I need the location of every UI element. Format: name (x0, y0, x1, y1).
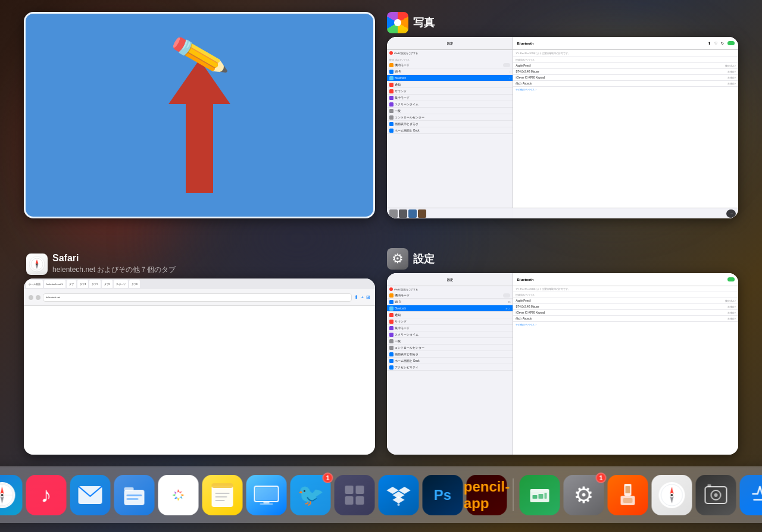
settings-app-card[interactable]: 設定 iPadの設定をご了する 機内モード Wi-Fi 25 (387, 273, 738, 455)
safari-add-btn: + (361, 295, 364, 300)
set-row-sound: サウンド (387, 318, 513, 325)
fs-row-airplane: 機内モード (387, 62, 513, 68)
home-icon (389, 129, 394, 133)
bt-icon-photos (389, 76, 394, 80)
appstore-icon-svg (748, 483, 763, 507)
set-home-label: ホーム画面と Dock (395, 359, 420, 362)
warning-dot-settings (389, 287, 393, 291)
svg-rect-40 (530, 489, 549, 492)
photos-device-keyboard: iClever IC-KP08 Keypad 未接続 › (513, 75, 738, 81)
svg-rect-27 (256, 487, 277, 500)
pencil-app-card[interactable]: ✏️ (24, 12, 375, 218)
dock-dark[interactable] (335, 475, 375, 515)
dock-photos[interactable] (158, 475, 199, 515)
cc-label: コントロールセンター (395, 116, 424, 119)
set-focus-icon (389, 326, 394, 330)
ai-text-icon: pencil-app (464, 478, 510, 512)
set-row-cc: コントロールセンター (387, 345, 513, 351)
settings-sidebar: 設定 iPadの設定をご了する 機内モード Wi-Fi 25 (387, 273, 513, 455)
dock-twitter[interactable]: 🐦 1 (291, 475, 331, 515)
tab-7: スポーツ (114, 280, 128, 288)
photos-device-pencil: Apple Pencil 接続済み › (513, 63, 738, 69)
focus-icon (389, 96, 394, 100)
dock-safari[interactable] (0, 475, 23, 515)
set-row-focus: 集中モード (387, 325, 513, 331)
photos-app-card[interactable]: 設定 iPadの設定をご了する 接続済みデバイス 機内モード Wi-Fi (387, 37, 738, 218)
dock-photoshop[interactable]: Ps (423, 475, 463, 515)
fs-row-screentime: スクリーンタイム (387, 101, 513, 108)
tab-4: タブ4 (77, 280, 88, 288)
fs-row-cc: コントロールセンター (387, 114, 513, 121)
safari-app-subtitle: helentech.net およびその他７個のタブ (52, 265, 176, 275)
set-bt-icon (389, 306, 394, 311)
display-label: 画面表示とぎるさ (395, 123, 419, 126)
dock-appstore[interactable] (740, 475, 763, 515)
set-row-wifi: Wi-Fi 25 (387, 299, 513, 305)
notif-icon (389, 83, 394, 87)
twitter-badge: 1 (323, 472, 333, 483)
dark-icon-svg (343, 483, 367, 507)
wifi-label: Wi-Fi (395, 70, 401, 73)
settings-header: ⚙ 設定 (387, 248, 738, 270)
notif-label: 通知 (395, 83, 401, 86)
wifi-icon (389, 70, 394, 74)
settings-app-cell: ⚙ 設定 設定 iPadの設定をご了する 機内モード (387, 248, 738, 455)
photos-header: 写真 (387, 12, 738, 33)
svg-rect-16 (124, 487, 134, 491)
set-row-home: ホーム画面と Dock (387, 358, 513, 364)
dock-screenshot[interactable] (696, 475, 736, 515)
set-row-bluetooth: Bluetooth オン (387, 305, 513, 312)
svg-rect-41 (533, 495, 538, 499)
thumb3 (408, 209, 417, 218)
thumb1 (389, 209, 398, 218)
safari-dock-svg (0, 482, 15, 508)
thumb2 (399, 209, 407, 218)
safari-url-text: helentech.net (46, 296, 60, 299)
tab-3: タブ (67, 280, 76, 288)
dock-safari-2[interactable] (652, 475, 692, 515)
fs-row-notif: 通知 (387, 82, 513, 88)
settings-main-panel: Bluetooth YY iPad Pro 2018により位置情報取得の許可です… (513, 273, 738, 455)
music-note-icon: ♪ (41, 483, 52, 508)
dock-settings[interactable]: ⚙ 1 (564, 475, 604, 515)
svg-rect-31 (356, 486, 364, 494)
set-sound-icon (389, 320, 394, 324)
settings-device-airpods: 他の Airpods 未接続 › (513, 316, 738, 322)
svg-marker-37 (393, 496, 405, 503)
warning-dot-photos (389, 51, 393, 55)
dock-dropbox[interactable] (379, 475, 419, 515)
set-home-icon (389, 359, 394, 363)
warning-text-settings: iPadの設定をご了する (394, 288, 418, 291)
dock-illustrator[interactable]: pencil-app (467, 475, 507, 515)
svg-rect-28 (264, 502, 270, 503)
dock-files[interactable] (114, 475, 155, 515)
set-display-icon (389, 352, 394, 356)
tab-6: タブ6 (102, 280, 113, 288)
set-cc-icon (389, 346, 394, 350)
dock-mail[interactable] (70, 475, 111, 515)
set-wifi-value: 25 (508, 301, 510, 303)
fs-row-bluetooth: Bluetooth › (387, 75, 513, 82)
thumb-dots: ⋯ (726, 209, 736, 218)
dock-notes[interactable] (202, 475, 243, 515)
safari-app-cell: Safari helentech.net およびその他７個のタブ ホーム画面 h… (24, 248, 375, 455)
fs-section-hdr: 接続済みデバイス (387, 56, 513, 62)
safari-app-icon (26, 254, 48, 275)
fs-row-home: ホーム画面と Dock (387, 127, 513, 134)
settings-icon: ⚙ (387, 248, 408, 270)
safari2-dock-svg (659, 482, 685, 508)
svg-rect-15 (124, 490, 145, 505)
set-notif-label: 通知 (395, 314, 401, 317)
dock-numbers[interactable] (520, 475, 560, 515)
svg-point-5 (36, 263, 38, 265)
tab-1: ホーム画面 (26, 280, 43, 288)
safari-app-card[interactable]: ホーム画面 helentech.net ✕ タブ タブ4 タブ5 タブ6 スポー… (24, 278, 375, 455)
files-icon-svg (122, 483, 147, 508)
dock-music[interactable]: ♪ (26, 475, 67, 515)
mail-icon-svg (78, 486, 103, 505)
display-icon (389, 122, 394, 126)
dock-screens[interactable] (246, 475, 287, 515)
photos-screenshot-content: 設定 iPadの設定をご了する 接続済みデバイス 機内モード Wi-Fi (387, 37, 738, 218)
photos-connected-section: 接続済みデバイス (513, 57, 738, 63)
dock-usb[interactable] (608, 475, 648, 515)
